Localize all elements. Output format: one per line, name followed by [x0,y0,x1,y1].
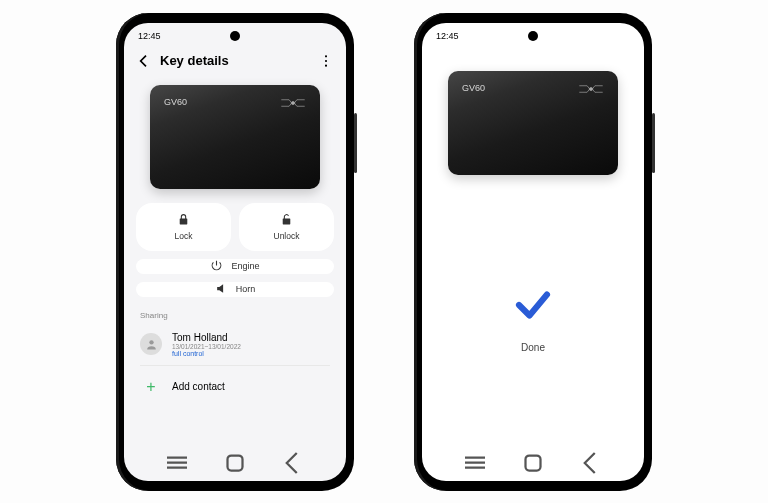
clock: 12:45 [138,31,161,41]
svg-point-0 [325,55,327,57]
power-icon [210,259,223,274]
clock: 12:45 [436,31,459,41]
android-nav-bar [124,449,346,481]
add-contact-label: Add contact [172,381,225,392]
done-confirmation: Done [422,189,644,449]
action-buttons: Lock Unlock Engine Horn [124,203,346,297]
avatar [140,333,162,355]
nav-back-icon[interactable] [576,455,606,471]
card-area: GV60 [124,77,346,203]
screen-header: Key details [124,49,346,77]
genesis-logo-icon [280,97,306,111]
add-contact-button[interactable]: + Add contact [140,366,330,408]
recents-icon[interactable] [162,455,192,471]
done-label: Done [521,342,545,353]
svg-point-9 [589,87,592,90]
svg-point-1 [325,59,327,61]
contact-name: Tom Holland [172,332,241,343]
unlock-label: Unlock [274,231,300,241]
phone-right: 12:45 GV60 Done [414,13,652,491]
back-icon[interactable] [136,53,152,69]
svg-rect-13 [526,455,541,470]
vehicle-model: GV60 [164,97,187,107]
vehicle-model: GV60 [462,83,485,93]
unlock-button[interactable]: Unlock [239,203,334,251]
home-icon[interactable] [518,455,548,471]
sharing-heading: Sharing [140,311,330,320]
shared-contact-row[interactable]: Tom Holland 13/01/2021~13/01/2022 full c… [140,328,330,366]
svg-point-4 [149,340,153,344]
sharing-section: Sharing Tom Holland 13/01/2021~13/01/202… [124,311,346,408]
unlock-icon [280,213,293,228]
lock-button[interactable]: Lock [136,203,231,251]
digital-key-card[interactable]: GV60 [150,85,320,189]
lock-label: Lock [175,231,193,241]
page-title: Key details [160,53,310,68]
horn-button[interactable]: Horn [136,282,334,297]
front-camera [528,31,538,41]
svg-rect-8 [228,455,243,470]
svg-point-3 [291,101,294,104]
card-area: GV60 [422,49,644,189]
checkmark-icon [512,284,554,330]
svg-point-2 [325,64,327,66]
nav-back-icon[interactable] [278,455,308,471]
horn-icon [215,282,228,297]
lock-icon [177,213,190,228]
engine-label: Engine [231,261,259,271]
contact-info: Tom Holland 13/01/2021~13/01/2022 full c… [172,332,241,357]
more-icon[interactable] [318,53,334,69]
home-icon[interactable] [220,455,250,471]
digital-key-card[interactable]: GV60 [448,71,618,175]
phone-left: 12:45 Key details GV60 [116,13,354,491]
plus-icon: + [140,376,162,398]
contact-dates: 13/01/2021~13/01/2022 [172,343,241,350]
horn-label: Horn [236,284,256,294]
engine-button[interactable]: Engine [136,259,334,274]
front-camera [230,31,240,41]
genesis-logo-icon [578,83,604,97]
recents-icon[interactable] [460,455,490,471]
android-nav-bar [422,449,644,481]
contact-permission: full control [172,350,241,357]
